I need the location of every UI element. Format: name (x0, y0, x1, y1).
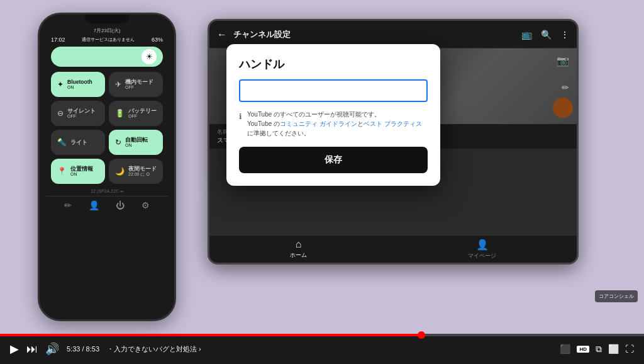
toggle-battery[interactable]: 🔋 バッテリー OFF (109, 101, 163, 126)
toggle-silent[interactable]: ⊖ サイレント OFF (51, 101, 105, 126)
rotation-icon: ↻ (115, 138, 121, 147)
progress-played (0, 334, 425, 336)
info-icon: ℹ (239, 111, 242, 138)
toggles-grid: ✦ Bluetooth ON ✈ 機内モード OFF ⊖ (46, 69, 168, 186)
toggle-airplane[interactable]: ✈ 機内モード OFF (109, 72, 163, 97)
toggle-location[interactable]: 📍 位置情報 ON (51, 159, 105, 184)
time-display: 5:33 / 8:53 (67, 345, 99, 353)
nav-pencil-icon[interactable]: ✏ (64, 200, 72, 210)
next-icon: ⏭ (26, 343, 38, 356)
status-battery: 63% (152, 37, 163, 43)
camera-icon[interactable]: 📷 (557, 55, 569, 67)
header-icons: 📺 🔍 ⋮ (521, 30, 569, 40)
silent-state: OFF (67, 114, 96, 119)
dialog-info-text: YouTube のすべてのユーザーが視聴可能です。YouTube のコミュニティ… (247, 110, 428, 138)
night-state: 22:00 に O (128, 172, 157, 177)
community-guidelines-link[interactable]: コミュニティ ガイドライン (280, 120, 357, 127)
nav-mypage[interactable]: 👤 マイページ (468, 239, 496, 260)
hd-badge: HD (577, 346, 589, 353)
theater-icon: ⬜ (608, 344, 619, 354)
toggle-night[interactable]: 🌙 夜間モード 22:00 に O (109, 159, 163, 184)
status-bar: 17:02 通信サービスはありません 63% (46, 35, 168, 44)
phone-nav: ✏ 👤 ⏻ ⚙ (46, 196, 168, 214)
bluetooth-label: Bluetooth (67, 79, 92, 85)
airplane-icon: ✈ (115, 80, 121, 89)
video-title: ・入力できないバグと対処法 › (107, 344, 552, 354)
time-total: 8:53 (86, 345, 99, 353)
status-time: 17:02 (51, 37, 65, 43)
rotation-state: ON (125, 143, 148, 148)
battery-icon: 🔋 (115, 109, 125, 118)
video-area: 7月23日(火) 17:02 通信サービスはありません 63% ☀ ✦ Blue… (0, 0, 644, 334)
channel-settings-title: チャンネル設定 (233, 29, 515, 40)
phone-screen: 7月23日(火) 17:02 通信サービスはありません 63% ☀ ✦ Blue… (40, 14, 174, 319)
watermark: コアコンシェル (595, 290, 638, 302)
toggle-light[interactable]: 🔦 ライト (51, 130, 105, 155)
video-controls: ▶ ⏭ 🔊 5:33 / 8:53 ・入力できないバグと対処法 › ⬛ HD ⧉… (0, 334, 644, 364)
next-button[interactable]: ⏭ (26, 343, 38, 356)
progress-bar[interactable] (0, 334, 644, 336)
volume-icon: 🔊 (45, 342, 59, 356)
play-button[interactable]: ▶ (10, 342, 19, 356)
phone-version: 12 (SP2A.22C •• (46, 189, 168, 193)
location-label: 位置情報 (70, 166, 93, 172)
phone-mockup: 7月23日(火) 17:02 通信サービスはありません 63% ☀ ✦ Blue… (38, 13, 176, 321)
mypage-label: マイページ (468, 252, 496, 260)
bluetooth-icon: ✦ (57, 80, 64, 89)
miniplayer-icon: ⧉ (596, 344, 602, 355)
light-label: ライト (70, 139, 87, 145)
subtitles-icon: ⬛ (560, 344, 570, 354)
handle-dialog: ハンドル ℹ YouTube のすべてのユーザーが視聴可能です。YouTube … (226, 44, 440, 186)
home-label: ホーム (290, 251, 307, 259)
nav-user-icon[interactable]: 👤 (89, 200, 99, 210)
play-icon: ▶ (10, 342, 19, 356)
rotation-label: 自動回転 (125, 137, 148, 143)
nav-home[interactable]: ⌂ ホーム (290, 239, 307, 259)
status-signal: 通信サービスはありません (82, 37, 135, 43)
channel-avatar[interactable] (553, 98, 573, 118)
nav-power-icon[interactable]: ⏻ (116, 200, 125, 210)
watermark-text: コアコンシェル (599, 293, 634, 300)
more-icon[interactable]: ⋮ (560, 30, 569, 40)
handle-input[interactable] (239, 79, 428, 102)
volume-button[interactable]: 🔊 (45, 342, 59, 356)
subtitles-button[interactable]: ⬛ (560, 344, 570, 354)
phone-notch (85, 14, 129, 23)
fullscreen-icon: ⛶ (625, 344, 634, 354)
airplane-label: 機内モード (125, 79, 153, 85)
light-icon: 🔦 (57, 138, 67, 147)
status-date: 7月23日(火) (46, 27, 168, 34)
airplane-state: OFF (125, 85, 153, 90)
cast-icon[interactable]: 📺 (521, 30, 532, 40)
best-practices-link[interactable]: ベスト プラクティス (364, 120, 422, 127)
back-button[interactable]: ← (217, 29, 227, 40)
home-icon: ⌂ (296, 239, 302, 250)
brightness-slider[interactable]: ☀ (51, 47, 163, 67)
brightness-thumb: ☀ (142, 49, 157, 64)
miniplayer-button[interactable]: ⧉ (596, 344, 602, 355)
nav-settings-icon[interactable]: ⚙ (142, 200, 150, 210)
night-label: 夜間モード (128, 166, 157, 172)
dialog-info: ℹ YouTube のすべてのユーザーが視聴可能です。YouTube のコミュニ… (239, 110, 428, 138)
edit-icon[interactable]: ✏ (562, 82, 569, 93)
right-controls: ⬛ HD ⧉ ⬜ ⛶ (560, 344, 634, 355)
progress-dot (418, 331, 425, 339)
battery-label: バッテリー (128, 108, 157, 114)
theater-button[interactable]: ⬜ (608, 344, 619, 354)
silent-icon: ⊖ (57, 109, 64, 118)
toggle-rotation[interactable]: ↻ 自動回転 ON (109, 130, 163, 155)
night-icon: 🌙 (115, 167, 125, 176)
save-button[interactable]: 保存 (239, 147, 428, 173)
dialog-title: ハンドル (239, 57, 428, 72)
toggle-bluetooth[interactable]: ✦ Bluetooth ON (51, 72, 105, 97)
silent-label: サイレント (67, 108, 96, 114)
bluetooth-state: ON (67, 85, 92, 90)
search-icon[interactable]: 🔍 (541, 30, 552, 40)
mypage-icon: 👤 (476, 239, 489, 251)
location-state: ON (70, 172, 93, 177)
fullscreen-button[interactable]: ⛶ (625, 344, 634, 354)
sun-icon: ☀ (146, 52, 153, 61)
battery-state: OFF (128, 114, 157, 119)
location-icon: 📍 (57, 167, 67, 176)
time-current: 5:33 (67, 345, 80, 353)
